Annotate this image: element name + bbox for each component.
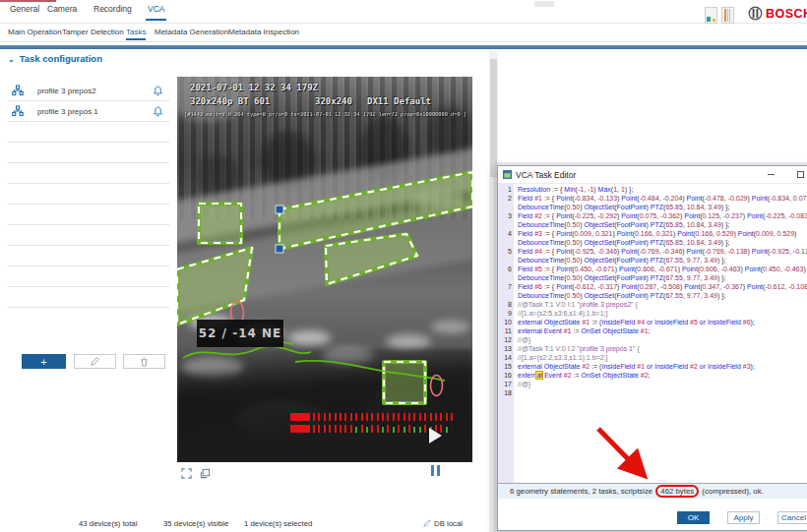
object-trajectory-1	[183, 346, 311, 358]
layout-panel-icon[interactable]	[705, 7, 717, 24]
dialog-title-bar[interactable]: VCA Task Editor	[498, 166, 807, 184]
script-line[interactable]: 3Field #2 := { Point(-0.225, -0.292) Poi…	[498, 211, 807, 229]
maximize-icon	[797, 171, 804, 178]
task-profile-list: profile 3 prepos2profile 3 prepos 1	[8, 81, 169, 308]
script-line[interactable]: 4Field #3 := { Point(0.009, 0.321) Point…	[498, 229, 807, 247]
minimize-button[interactable]	[764, 169, 777, 180]
trash-icon	[140, 357, 149, 367]
vca-field-3[interactable]	[326, 234, 417, 284]
tab-general[interactable]: General	[10, 4, 39, 14]
window-artifact	[534, 1, 554, 7]
script-line[interactable]: 12//@}	[498, 335, 807, 344]
script-line[interactable]: 6Field #5 := { Point(0.450, -0.671) Poin…	[498, 265, 807, 282]
activity-ticks-row-2	[290, 425, 451, 433]
vca-field-1[interactable]	[199, 204, 241, 243]
delete-task-button[interactable]	[123, 354, 165, 369]
main-menu-bar: General Camera Recording VCA BOSCH	[0, 0, 807, 24]
line-number: 17	[498, 380, 515, 388]
fullscreen-button[interactable]	[181, 465, 192, 483]
subtab-tasks[interactable]: Tasks	[126, 28, 146, 36]
add-task-button[interactable]: +	[22, 354, 66, 369]
script-line[interactable]: 15external ObjectState #2 := (InsideFiel…	[498, 362, 807, 371]
script-line[interactable]: 10external ObjectState #1 := (InsideFiel…	[498, 318, 807, 326]
tab-recording[interactable]: Recording	[93, 4, 132, 14]
line-number: 13	[498, 344, 515, 353]
subtab-metadata-inspection[interactable]: Metadata Inspection	[228, 28, 299, 36]
tab-vca[interactable]: VCA	[148, 4, 164, 14]
subtab-metadata-generation[interactable]: Metadata Generation	[155, 28, 228, 36]
script-line[interactable]: 17//@}	[498, 380, 807, 388]
tab-camera[interactable]: Camera	[47, 4, 77, 14]
dialog-title: VCA Task Editor	[516, 170, 576, 180]
alarm-bell-icon[interactable]	[153, 106, 163, 117]
expand-icon	[181, 468, 192, 479]
script-line[interactable]: 11external Event #1 := OnSet ObjectState…	[498, 326, 807, 335]
task-row-empty[interactable]	[8, 246, 169, 266]
task-row-empty[interactable]	[8, 225, 169, 246]
line-number: 16	[498, 371, 515, 380]
vca-field-5[interactable]	[384, 362, 425, 403]
script-line[interactable]: 2Field #1 := { Point(-0.834, -0.133) Poi…	[498, 194, 807, 211]
line-number: 7	[498, 282, 515, 300]
field-handle-top[interactable]	[276, 206, 283, 213]
script-line[interactable]: 14//[1.a=(s2:2,s3:3,s1:1);1.b=2;]	[498, 353, 807, 362]
subtab-main-operation[interactable]: Main Operation	[8, 28, 62, 36]
line-number: 1	[498, 185, 515, 194]
filter-panel-icon[interactable]	[721, 7, 734, 24]
vca-field-4[interactable]	[177, 248, 252, 325]
script-line[interactable]: 16external Event #2 := OnSet ObjectState…	[498, 371, 807, 380]
script-line[interactable]: 5Field #4 := { Point(-0.925, -0.346) Poi…	[498, 247, 807, 265]
line-number: 15	[498, 362, 515, 371]
activity-ticks-row-1	[290, 413, 457, 421]
script-line[interactable]: 18	[498, 388, 807, 397]
script-editor[interactable]: 1Resolution := { Min(-1, -1) Max(1, 1) }…	[498, 185, 807, 483]
vca-task-editor-dialog: VCA Task Editor 1Resolution := { Min(-1,…	[497, 165, 807, 531]
ok-button[interactable]: OK	[677, 511, 710, 524]
task-row-empty[interactable]	[8, 122, 169, 143]
pause-button[interactable]	[431, 465, 440, 476]
pencil-icon	[91, 357, 99, 366]
alarm-bell-icon[interactable]	[153, 86, 163, 96]
snapshot-copy-button[interactable]	[200, 465, 211, 483]
line-number: 5	[498, 247, 515, 265]
task-row-empty[interactable]	[8, 143, 169, 163]
cancel-button[interactable]: Cancel	[777, 511, 807, 524]
script-line[interactable]: 13//@Task T:1 V:0 I:2 "profile 3 prepos …	[498, 344, 807, 353]
subtab-tamper-detection[interactable]: Tamper Detection	[62, 28, 124, 36]
scriptsize-highlight-box: 462 bytes	[655, 485, 699, 498]
field-handle-bottom[interactable]	[276, 245, 283, 253]
script-line[interactable]: 1Resolution := { Min(-1, -1) Max(1, 1) }…	[498, 185, 807, 194]
chevron-down-icon: ⌄	[8, 55, 15, 64]
text-cursor: al	[536, 372, 541, 379]
devices-selected: 1 device(s) selected	[244, 519, 312, 528]
line-number: 9	[498, 309, 515, 318]
bosch-logo: BOSCH	[748, 6, 807, 21]
line-number: 10	[498, 318, 515, 326]
task-row-empty[interactable]	[8, 287, 169, 308]
script-line[interactable]: 7Field #6 := { Point(-0.612, -0.317) Poi…	[498, 282, 807, 300]
vca-overlay	[177, 77, 472, 462]
line-number: 11	[498, 326, 515, 335]
task-row[interactable]: profile 3 prepos 1	[8, 101, 169, 122]
edit-task-button[interactable]	[74, 354, 116, 369]
task-row-empty[interactable]	[8, 184, 169, 205]
line-number: 3	[498, 211, 515, 229]
script-line[interactable]: 8//@Task T:1 V:0 I:1 "profile 3 prepos2"…	[498, 300, 807, 309]
bosch-emblem-icon	[748, 6, 763, 21]
devices-total: 43 device(s) total	[79, 519, 137, 528]
task-label: profile 3 prepos 1	[37, 107, 153, 116]
task-row[interactable]: profile 3 prepos2	[8, 81, 169, 101]
section-divider-band	[0, 45, 807, 49]
task-row-empty[interactable]	[8, 266, 169, 287]
maximize-button[interactable]	[793, 169, 807, 180]
db-pen-icon	[423, 519, 431, 527]
app-window: General Camera Recording VCA BOSCH Main …	[0, 0, 807, 532]
task-row-empty[interactable]	[8, 205, 169, 225]
apply-button[interactable]: Apply	[727, 511, 760, 524]
db-local-indicator: DB local	[423, 519, 463, 528]
dialog-app-icon	[503, 170, 512, 179]
scrollbar-thumb[interactable]	[490, 59, 497, 177]
script-line[interactable]: 9//[1.a=(s2:5,s3:6,s1:4);1.b=1;]	[498, 309, 807, 318]
task-row-empty[interactable]	[8, 163, 169, 184]
task-configuration-header[interactable]: ⌄Task configuration	[8, 53, 102, 64]
